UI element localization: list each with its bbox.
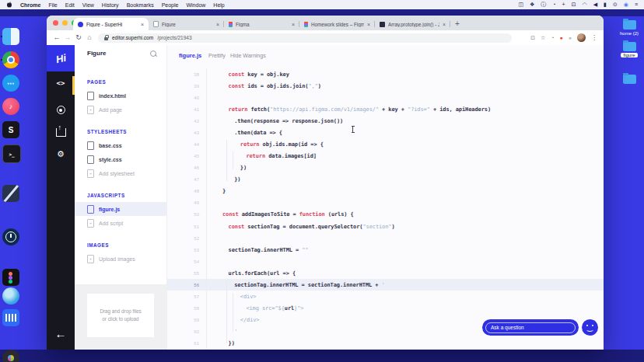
display-icon[interactable]: ⊡ [572, 0, 576, 9]
code-line[interactable]: 51const sectionTag = document.querySelec… [167, 221, 604, 232]
menubar-item-bookmarks[interactable]: Bookmarks [127, 2, 154, 8]
menubar-item-chrome[interactable]: Chrome [20, 2, 40, 8]
prettify-button[interactable]: Prettify [208, 53, 226, 58]
finder-dock-icon[interactable] [2, 28, 19, 45]
open-file-name[interactable]: figure.js [179, 52, 201, 59]
menubar-item-file[interactable]: File [48, 2, 57, 8]
volume-icon[interactable]: ◀ [593, 0, 597, 9]
siri-icon[interactable]: ◉ [624, 0, 628, 9]
upload-dropzone[interactable]: Drag and drop files or click to upload [75, 284, 166, 350]
xcode-dock-icon[interactable] [2, 185, 19, 202]
code-line[interactable]: 48} [167, 186, 604, 197]
ask-question-button[interactable]: Ask a question [482, 319, 579, 336]
code-line[interactable]: 61}) [167, 338, 604, 350]
publish-upload-icon[interactable] [47, 126, 75, 140]
code-line[interactable]: 49 [167, 197, 604, 209]
tab-close-icon[interactable]: × [292, 22, 295, 27]
chrome-dock-icon[interactable] [2, 51, 19, 68]
browser-tab-5[interactable]: Array.prototype.join() - JavaS× [375, 18, 450, 30]
code-line[interactable]: 43.then(data => { [167, 127, 604, 138]
code-line[interactable]: 54 [167, 256, 604, 267]
menubar-item-edit[interactable]: Edit [65, 2, 75, 8]
code-line[interactable]: 52 [167, 232, 604, 244]
code-line[interactable]: 38const key = obj.key [167, 68, 604, 80]
profile-avatar[interactable] [577, 33, 586, 42]
sidebar-item-figure-js[interactable]: figure.js [75, 202, 166, 216]
code-line[interactable]: 56sectionTag.innerHTML = sectionTag.inne… [167, 279, 604, 291]
tab-close-icon[interactable]: × [443, 22, 446, 27]
sidebar-item-add-stylesheet[interactable]: +Add stylesheet [75, 166, 166, 180]
code-line[interactable]: 40 [167, 92, 604, 103]
code-line[interactable]: 42.then(response => response.json()) [167, 115, 604, 127]
new-tab-button[interactable]: + [450, 18, 464, 30]
code-editor[interactable]: 38const key = obj.key39const ids = obj.i… [167, 68, 604, 350]
superhi-logo[interactable]: Hi [47, 45, 75, 71]
minimize-window-button[interactable] [62, 20, 68, 26]
menubar-item-help[interactable]: Help [213, 2, 224, 8]
menubar-item-window[interactable]: Window [186, 2, 205, 8]
sidebar-item-style-css[interactable]: style.css [75, 152, 166, 166]
figma-dock-icon[interactable] [2, 269, 19, 286]
plus-icon[interactable]: + [562, 0, 565, 9]
code-line[interactable]: 44return obj.ids.map(id => { [167, 138, 604, 150]
apple-icon[interactable] [6, 2, 12, 9]
hide-warnings-button[interactable]: Hide Warnings [230, 53, 266, 58]
tab-close-icon[interactable]: × [141, 22, 144, 27]
sidebar-item-add-page[interactable]: +Add page [75, 103, 166, 117]
code-line[interactable]: 53sectionTag.innerHTML = "" [167, 244, 604, 256]
browser-tab-1[interactable]: Figure - SuperHi× [73, 18, 149, 30]
menubar-item-view[interactable]: View [82, 2, 94, 8]
sidebar-item-base-css[interactable]: base.css [75, 138, 166, 152]
more-menu-icon[interactable]: ⋮ [591, 34, 597, 41]
intercom-dock-icon[interactable] [2, 309, 19, 326]
menubar-item-people[interactable]: People [162, 2, 179, 8]
spotlight-icon[interactable]: ⊙ [613, 0, 618, 9]
code-line[interactable]: 41return fetch("https://api.figma.com/v1… [167, 103, 604, 115]
code-view-icon[interactable]: <> [47, 79, 75, 87]
home-icon[interactable]: ⌂ [84, 30, 95, 45]
smiley-help-button[interactable] [582, 319, 598, 336]
forward-icon[interactable]: → [62, 30, 73, 45]
extension-dim-icon[interactable]: ● [569, 35, 572, 40]
preview-eye-icon[interactable] [47, 103, 75, 113]
code-line[interactable]: 47}) [167, 174, 604, 186]
upload-hint[interactable]: Drag and drop files or click to upload [87, 294, 154, 337]
switcher-icon[interactable]: ≡ [635, 0, 638, 9]
sidebar-item-add-script[interactable]: +Add script [75, 216, 166, 230]
menubar-item-history[interactable]: History [102, 2, 119, 8]
sidebar-item-upload-images[interactable]: +Upload images [75, 252, 166, 266]
code-line[interactable]: 50const addImagesToSite = function (urls… [167, 209, 604, 221]
back-icon[interactable]: ← [51, 30, 62, 45]
close-window-button[interactable] [53, 20, 58, 26]
dropbox-icon[interactable]: ❖ [530, 0, 534, 9]
tab-close-icon[interactable]: × [367, 22, 370, 27]
search-icon[interactable] [150, 50, 156, 57]
bookmark-star-icon[interactable]: ☆ [541, 35, 545, 41]
url-field[interactable]: editor.superhi.com/projects/21943 [98, 33, 512, 43]
tab-close-icon[interactable]: × [216, 22, 219, 27]
code-line[interactable]: 39const ids = obj.ids.join(",") [167, 80, 604, 92]
reload-icon[interactable]: ↻ [73, 30, 84, 45]
back-arrow-icon[interactable]: ← [47, 327, 75, 340]
keyboard-icon[interactable]: ◫ [518, 0, 523, 9]
terminal-dock-icon[interactable]: >_ [2, 144, 21, 163]
browser-tab-2[interactable]: Figure× [149, 18, 224, 30]
browser-tab-4[interactable]: Homework slides – Figma× [299, 18, 375, 30]
cast-icon[interactable]: ⊡ [530, 35, 535, 41]
battery-icon[interactable]: ▮ [604, 0, 607, 9]
desktop-folder-2[interactable] [616, 75, 642, 84]
adblock-icon[interactable]: ● [560, 35, 563, 40]
code-line[interactable]: 55urls.forEach(url => { [167, 267, 604, 279]
clock-app-dock-icon[interactable] [2, 228, 19, 245]
time-machine-icon[interactable]: ◔ [552, 0, 555, 9]
info-icon[interactable]: ⓘ [541, 0, 546, 9]
desktop-folder-0[interactable]: home (2) [616, 20, 642, 36]
music-dock-icon[interactable]: ♪ [2, 98, 19, 115]
slack-dock-icon[interactable]: S [2, 121, 19, 138]
browser-tab-3[interactable]: Figma× [224, 18, 299, 30]
wifi-icon[interactable]: ◠ [583, 0, 587, 9]
extension-icon[interactable]: ◔ [551, 35, 554, 40]
bird-app-dock-icon[interactable] [2, 287, 19, 305]
desktop-folder-1[interactable]: figure [616, 42, 642, 57]
messages-dock-icon[interactable]: ⋯ [2, 75, 19, 92]
